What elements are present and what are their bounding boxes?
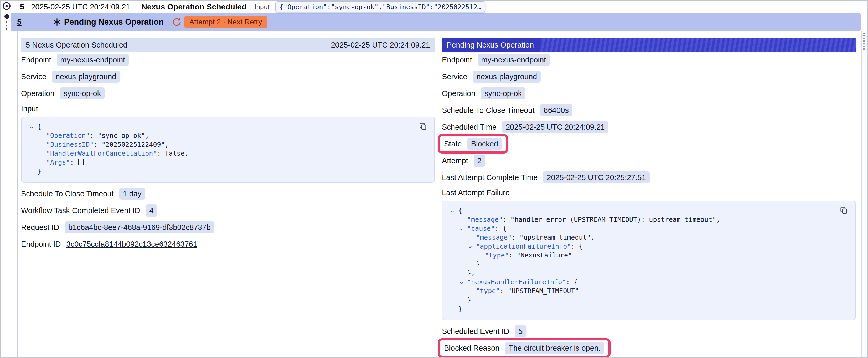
json-token: "handler error (UPSTREAM_TIMEOUT): upstr… xyxy=(511,216,716,223)
json-token: , xyxy=(165,141,169,148)
code-line: "Args": xyxy=(22,158,411,167)
field-label-endpoint-id: Endpoint ID xyxy=(21,240,61,249)
event-detail-split: 5 Nexus Operation Scheduled 2025-02-25 U… xyxy=(17,31,867,358)
json-token: "upstream timeout" xyxy=(520,234,591,241)
field-value-workflow-task-completed-event-id: 4 xyxy=(146,204,157,217)
json-token: } xyxy=(458,305,462,313)
code-line: }, xyxy=(442,269,832,278)
json-token: "sync-op-ok" xyxy=(98,132,145,139)
code-line: } xyxy=(442,304,832,314)
json-key: "HandlerWaitForCancellation" xyxy=(46,150,157,157)
field-label-scheduled-time: Scheduled Time xyxy=(442,123,497,131)
json-token: } xyxy=(476,260,480,268)
json-token: , xyxy=(591,234,595,241)
field-row-scheduled-time: Scheduled Time2025-02-25 UTC 20:24:09.21 xyxy=(442,121,856,133)
field-label-schedule-to-close-timeout: Schedule To Close Timeout xyxy=(21,190,114,198)
empty-array-icon xyxy=(78,159,84,165)
field-label-schedule-to-close-timeout: Schedule To Close Timeout xyxy=(442,106,535,115)
vertical-scrollbar[interactable] xyxy=(861,32,867,357)
event-timestamp: 2025-02-25 UTC 20:24:09.21 xyxy=(31,3,135,11)
field-value-operation: sync-op-ok xyxy=(481,88,525,99)
input-preview-label: Input xyxy=(254,3,270,11)
scrollbar-thumb[interactable] xyxy=(863,33,865,51)
field-value-schedule-to-close-timeout: 1 day xyxy=(119,188,145,200)
field-value-blocked-reason: The circuit breaker is open. xyxy=(505,342,604,354)
json-token: { xyxy=(574,278,578,286)
field-value-state: Blocked xyxy=(467,138,502,150)
field-value-attempt: 2 xyxy=(474,155,485,167)
field-row-blocked-reason: Blocked ReasonThe circuit breaker is ope… xyxy=(442,342,856,354)
field-value-schedule-to-close-timeout: 86400s xyxy=(540,104,572,116)
json-token: : xyxy=(157,150,165,157)
scheduled-panel-header: 5 Nexus Operation Scheduled 2025-02-25 U… xyxy=(21,38,435,52)
pending-panel-title: Pending Nexus Operation xyxy=(442,38,540,52)
json-token: "20250225122409" xyxy=(102,141,165,148)
retry-icon xyxy=(172,17,182,27)
json-token: { xyxy=(458,207,462,215)
code-line: } xyxy=(22,167,411,176)
json-token: : xyxy=(90,132,98,139)
json-token: , xyxy=(185,150,189,157)
event-title: Nexus Operation Scheduled xyxy=(141,2,246,11)
field-value-service: nexus-playground xyxy=(52,71,120,83)
event-id-link[interactable]: 5 xyxy=(17,18,22,27)
field-label-service: Service xyxy=(442,72,467,81)
copy-icon[interactable] xyxy=(839,206,848,215)
code-line: ⌄{ xyxy=(442,206,832,215)
input-preview-badge[interactable]: {"Operation":"sync-op-ok","BusinessID":"… xyxy=(275,1,486,12)
copy-icon[interactable] xyxy=(418,122,428,131)
event-row-scheduled[interactable]: 5 2025-02-25 UTC 20:24:09.21 Nexus Opera… xyxy=(1,1,867,13)
field-label-attempt: Attempt xyxy=(442,156,468,165)
json-token: : xyxy=(495,225,502,232)
event-id-link[interactable]: 5 xyxy=(20,3,24,11)
timeline-markers-icon xyxy=(1,1,17,42)
field-row-attempt: Attempt2 xyxy=(442,154,856,167)
json-token: }, xyxy=(467,269,475,277)
pending-event-title: Pending Nexus Operation xyxy=(64,17,164,27)
collapse-chevron-icon[interactable]: ⌄ xyxy=(459,277,464,286)
scheduled-panel-time: 2025-02-25 UTC 20:24:09.21 xyxy=(331,41,430,50)
scheduled-panel-title: 5 Nexus Operation Scheduled xyxy=(26,41,127,50)
code-line: } xyxy=(442,296,832,304)
code-line: } xyxy=(442,260,832,269)
field-row-last-attempt-complete-time: Last Attempt Complete Time2025-02-25 UTC… xyxy=(442,171,856,184)
field-row-request-id: Request IDb1c6a4bc-8ee7-468a-9169-df3b02… xyxy=(21,221,435,234)
field-row-operation: Operationsync-op-ok xyxy=(21,87,435,100)
code-line: "Operation": "sync-op-ok", xyxy=(22,131,411,140)
field-row-operation: Operationsync-op-ok xyxy=(442,87,856,100)
json-key: "type" xyxy=(476,287,500,295)
json-token: } xyxy=(467,296,471,304)
attempt-retry-badge: Attempt 2 · Next Retry xyxy=(184,16,268,28)
field-row-endpoint-id: Endpoint ID3c0c75ccfa8144b092c13ce632463… xyxy=(21,238,435,250)
field-row-endpoint: Endpointmy-nexus-endpoint xyxy=(442,54,856,66)
collapse-chevron-icon[interactable]: ⌄ xyxy=(29,122,34,131)
json-key: "message" xyxy=(476,234,512,241)
field-row-scheduled-event-id: Scheduled Event ID5 xyxy=(442,325,856,337)
field-label-workflow-task-completed-event-id: Workflow Task Completed Event ID xyxy=(21,206,140,215)
collapse-chevron-icon[interactable]: ⌄ xyxy=(468,241,473,250)
field-value-endpoint: my-nexus-endpoint xyxy=(57,54,129,66)
annotation-highlight-box: Blocked ReasonThe circuit breaker is ope… xyxy=(438,338,611,358)
collapse-chevron-icon[interactable]: ⌄ xyxy=(450,206,455,215)
field-row-service: Servicenexus-playground xyxy=(442,70,856,83)
field-value-service: nexus-playground xyxy=(473,71,541,83)
event-row-pending[interactable]: 5 Pending Nexus Operation Attempt 2 · Ne… xyxy=(10,13,861,31)
field-label-operation: Operation xyxy=(442,89,475,98)
json-token: : xyxy=(571,242,579,250)
code-line: "message": "handler error (UPSTREAM_TIME… xyxy=(442,215,832,224)
collapse-chevron-icon[interactable]: ⌄ xyxy=(459,224,464,232)
field-label-blocked-reason: Blocked Reason xyxy=(444,344,499,353)
field-label-endpoint: Endpoint xyxy=(21,56,51,64)
code-line: "HandlerWaitForCancellation": false, xyxy=(22,149,411,158)
field-value-scheduled-time: 2025-02-25 UTC 20:24:09.21 xyxy=(502,121,609,133)
field-value-endpoint-id[interactable]: 3c0c75ccfa8144b092c13ce632463761 xyxy=(66,240,197,249)
field-value-last-attempt-complete-time: 2025-02-25 UTC 20:25:27.51 xyxy=(543,171,649,184)
json-key: "nexusHandlerFailureInfo" xyxy=(467,278,566,286)
failure-json-viewer: ⌄{"message": "handler error (UPSTREAM_TI… xyxy=(442,200,856,320)
code-line: ⌄{ xyxy=(22,122,411,131)
code-line: ⌄"applicationFailureInfo": { xyxy=(442,242,832,251)
input-json-viewer: ⌄{"Operation": "sync-op-ok","BusinessID"… xyxy=(21,117,435,183)
code-line: ⌄"cause": { xyxy=(442,224,832,233)
input-section-label: Input xyxy=(21,104,435,113)
field-label-last-attempt-complete-time: Last Attempt Complete Time xyxy=(442,173,537,182)
